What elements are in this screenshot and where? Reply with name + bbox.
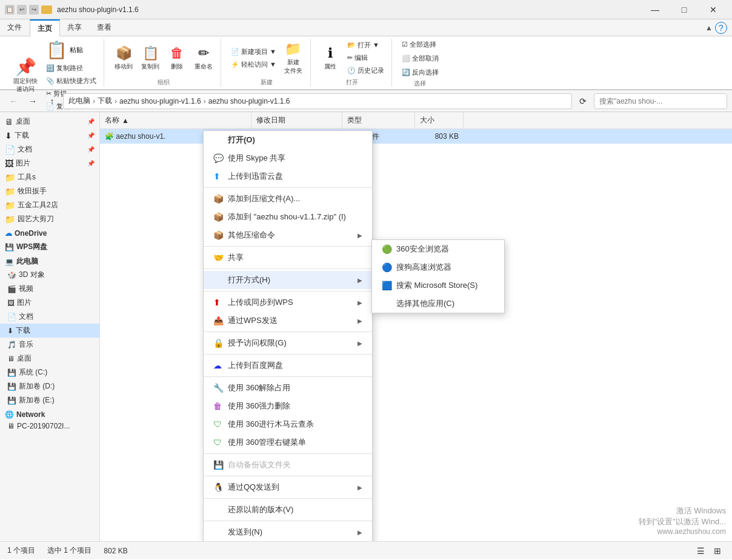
sidebar-item-documents[interactable]: 📄 文档 📌 — [0, 142, 99, 156]
sidebar-item-pictures[interactable]: 🖼 图片 📌 — [0, 156, 99, 170]
grid-view-button[interactable]: ⊞ — [710, 544, 725, 558]
sidebar-item-pics[interactable]: 🖼 图片 — [0, 296, 99, 310]
pics-icon: 🖼 — [7, 299, 15, 307]
tab-view[interactable]: 查看 — [90, 19, 119, 36]
ctx-more-compress[interactable]: 📦 其他压缩命令 ▶ — [204, 226, 372, 244]
ctx-360-unlock[interactable]: 🔧 使用 360解除占用 — [204, 379, 372, 397]
ctx-send-wps[interactable]: 📤 通过WPS发送 ▶ — [204, 312, 372, 330]
submenu-sogou-browser[interactable]: 🔵 搜狗高速浏览器 — [372, 258, 504, 276]
tab-share[interactable]: 共享 — [60, 19, 90, 36]
desktop-icon: 🖥 — [5, 117, 13, 127]
col-size[interactable]: 大小 — [415, 112, 464, 128]
col-type[interactable]: 类型 — [342, 112, 415, 128]
breadcrumb-downloads[interactable]: 下载 — [98, 96, 112, 106]
ctx-360-menu[interactable]: 🛡 使用 360管理右键菜单 — [204, 433, 372, 452]
new-item-button[interactable]: 📄新建项目 ▼ — [228, 46, 279, 58]
close-button[interactable]: ✕ — [699, 0, 727, 19]
sidebar-item-dl[interactable]: ⬇ 下载 — [0, 324, 99, 338]
invert-select-button[interactable]: 🔄反向选择 — [399, 67, 441, 78]
sidebar-network[interactable]: 🌐 Network — [0, 407, 99, 420]
ctx-360-icon4: 🛡 — [213, 438, 223, 447]
deselect-all-button[interactable]: ⬜全部取消 — [399, 53, 441, 64]
ctx-upload-baidu[interactable]: ☁ 上传到百度网盘 — [204, 356, 372, 375]
move-to-button[interactable]: 📦 移动到 — [111, 44, 136, 72]
delete-button[interactable]: 🗑 删除 — [165, 44, 189, 72]
copy-to-button[interactable]: 📋 复制到 — [138, 44, 162, 72]
sidebar-onedrive[interactable]: ☁ OneDrive — [0, 226, 99, 239]
deselect-all-icon: ⬜ — [402, 55, 410, 62]
sidebar-item-downloads[interactable]: ⬇ 下载 📌 — [0, 128, 99, 142]
ctx-upload-wps[interactable]: ⬆ 上传或同步到WPS ▶ — [204, 293, 372, 312]
redo-icon[interactable]: ↪ — [29, 5, 39, 15]
sidebar-item-tools[interactable]: 📁 工具s — [0, 170, 99, 184]
ribbon-collapse-icon[interactable]: ▲ — [705, 24, 713, 32]
submenu-other-app[interactable]: 选择其他应用(C) — [372, 295, 504, 313]
ctx-open-with[interactable]: 打开方式(H) ▶ — [204, 271, 372, 289]
ctx-send-to[interactable]: 发送到(N) ▶ — [204, 523, 372, 541]
breadcrumb-folder1[interactable]: aezhu shou-plugin-v1.1.6 — [119, 97, 201, 105]
col-date[interactable]: 修改日期 — [251, 112, 342, 128]
new-folder-button[interactable]: 📁 新建文件夹 — [281, 40, 305, 76]
back-button[interactable]: ← — [5, 93, 22, 110]
sidebar-this-pc[interactable]: 💻 此电脑 — [0, 253, 99, 268]
ribbon-tabs: 文件 主页 共享 查看 ▲ ? — [0, 19, 732, 36]
sidebar-item-pc[interactable]: 🖥 PC-20190702I... — [0, 420, 99, 432]
help-icon[interactable]: ? — [715, 22, 727, 34]
sidebar-item-d[interactable]: 💾 新加卷 (D:) — [0, 379, 99, 393]
tab-file[interactable]: 文件 — [0, 19, 30, 36]
list-view-button[interactable]: ☰ — [693, 544, 708, 558]
maximize-button[interactable]: □ — [670, 0, 698, 19]
tab-home[interactable]: 主页 — [30, 19, 60, 36]
submenu-360-browser[interactable]: 🟢 360安全浏览器 — [372, 240, 504, 258]
sidebar-item-hardware[interactable]: 📁 五金工具2店 — [0, 198, 99, 212]
easy-access-button[interactable]: ⚡轻松访问 ▼ — [228, 59, 279, 70]
ctx-more-compress-icon: 📦 — [213, 230, 223, 240]
sidebar-item-e[interactable]: 💾 新加卷 (E:) — [0, 393, 99, 407]
open-button[interactable]: 📂打开 ▼ — [345, 39, 387, 51]
breadcrumb[interactable]: 此电脑 › 下载 › aezhu shou-plugin-v1.1.6 › ae… — [63, 93, 572, 109]
ctx-360-scan[interactable]: 🛡 使用 360进行木马云查杀 — [204, 415, 372, 433]
ctx-360-delete[interactable]: 🗑 使用 360强力删除 — [204, 397, 372, 415]
undo-icon[interactable]: ↩ — [17, 5, 27, 15]
ctx-skype[interactable]: 💬 使用 Skype 共享 — [204, 149, 372, 167]
sidebar-item-mukita[interactable]: 📁 牧田扳手 — [0, 184, 99, 198]
sidebar-item-desktop[interactable]: 🖥 桌面 📌 — [0, 115, 99, 128]
sidebar-item-music[interactable]: 🎵 音乐 — [0, 338, 99, 352]
sidebar-item-c[interactable]: 💾 系统 (C:) — [0, 365, 99, 379]
paste-shortcut-button[interactable]: 📎 粘贴快捷方式 — [44, 75, 99, 87]
ribbon-group-select: ☑全部选择 ⬜全部取消 🔄反向选择 选择 — [394, 39, 446, 87]
pin-to-quick-access-button[interactable]: 📌 固定到快速访问 — [10, 56, 41, 95]
breadcrumb-folder2[interactable]: aezhu shou-plugin-v1.1.6 — [208, 97, 290, 105]
ctx-qq-icon: 🐧 — [213, 482, 223, 492]
up-button[interactable]: ↑ — [44, 93, 61, 110]
refresh-button[interactable]: ⟳ — [574, 93, 591, 110]
sidebar-item-video[interactable]: 🎬 视频 — [0, 282, 99, 296]
col-name[interactable]: 名称 ▲ — [100, 112, 251, 128]
select-all-button[interactable]: ☑全部选择 — [399, 39, 441, 50]
ctx-restore-version[interactable]: 还原以前的版本(V) — [204, 501, 372, 519]
sidebar-item-docs[interactable]: 📄 文档 — [0, 310, 99, 324]
file-row[interactable]: 🧩 aezhu shou-v1. CRX 文件 803 KB — [100, 129, 732, 144]
ctx-grant-access[interactable]: 🔒 授予访问权限(G) ▶ — [204, 334, 372, 352]
properties-button[interactable]: ℹ 属性 — [318, 44, 342, 72]
ctx-share[interactable]: 🤝 共享 — [204, 248, 372, 267]
minimize-button[interactable]: — — [641, 0, 669, 19]
copy-path-button[interactable]: 🔡 复制路径 — [44, 62, 99, 74]
edit-button[interactable]: ✏编辑 — [345, 52, 387, 64]
ctx-xunlei[interactable]: ⬆ 上传到迅雷云盘 — [204, 167, 372, 185]
sidebar-item-garden[interactable]: 📁 园艺大剪刀 — [0, 212, 99, 226]
breadcrumb-pc[interactable]: 此电脑 — [68, 96, 90, 106]
sidebar-item-desk[interactable]: 🖥 桌面 — [0, 352, 99, 365]
ctx-qq-send[interactable]: 🐧 通过QQ发送到 ▶ — [204, 478, 372, 496]
ctx-open[interactable]: 打开(O) — [204, 131, 372, 149]
sidebar-wps[interactable]: 💾 WPS网盘 — [0, 239, 99, 253]
sidebar-item-3d[interactable]: 🎲 3D 对象 — [0, 268, 99, 282]
ctx-add-zip[interactable]: 📦 添加到压缩文件(A)... — [204, 190, 372, 208]
search-input[interactable] — [594, 93, 727, 109]
ctx-add-to-zip[interactable]: 📦 添加到 "aezhu shou-v1.1.7.zip" (I) — [204, 208, 372, 226]
paste-button[interactable]: 📋 粘贴 — [44, 39, 99, 61]
submenu-ms-store[interactable]: 🟦 搜索 Microsoft Store(S) — [372, 276, 504, 295]
rename-button[interactable]: ✏ 重命名 — [191, 44, 216, 72]
history-button[interactable]: 🕐历史记录 — [345, 65, 387, 76]
forward-button[interactable]: → — [24, 93, 41, 110]
